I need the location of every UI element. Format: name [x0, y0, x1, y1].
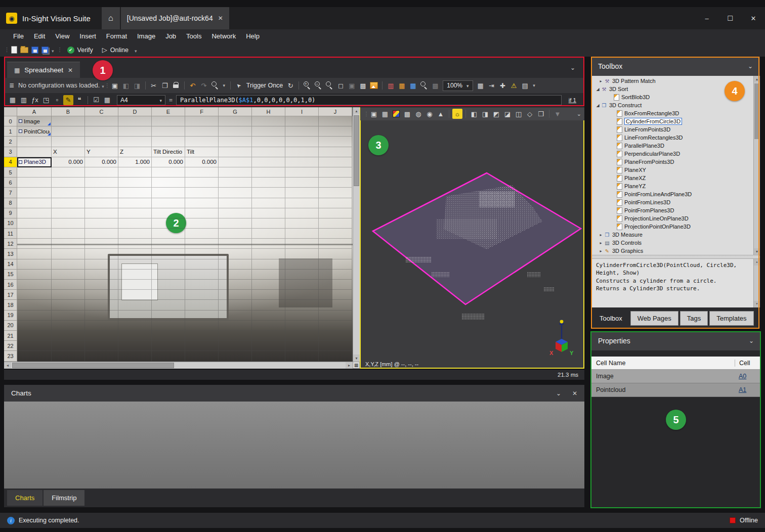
cell-D19[interactable]	[118, 311, 152, 321]
cell-J9[interactable]	[319, 208, 352, 218]
cell-H4[interactable]	[252, 157, 285, 167]
cell-H17[interactable]	[252, 290, 285, 300]
row-header-19[interactable]: 19	[4, 311, 17, 321]
charts-tab[interactable]: Filmstrip	[44, 490, 84, 506]
zoom-grid-icon[interactable]	[419, 80, 429, 91]
toolbox-tree-item[interactable]: PlaneFromPoints3D	[591, 158, 753, 166]
cell-I22[interactable]	[285, 341, 319, 351]
column-header-F[interactable]: F	[185, 107, 219, 116]
row-header-13[interactable]: 13	[4, 249, 17, 259]
cell-H23[interactable]	[252, 351, 285, 361]
cell-F11[interactable]	[185, 229, 219, 239]
toolbar-overflow-icon[interactable]	[135, 46, 137, 55]
cell-E11[interactable]	[152, 229, 185, 239]
toolbox-scrollbar[interactable]	[753, 76, 760, 255]
toolbox-tree-item[interactable]: 3D Graphics	[591, 247, 753, 255]
select-icon[interactable]: ▣	[369, 109, 379, 119]
toolbox-tree-item[interactable]: PointFromPlanes3D	[591, 206, 753, 214]
cell-J18[interactable]	[319, 300, 352, 310]
cell-E8[interactable]	[152, 198, 185, 208]
row-header-7[interactable]: 7	[4, 188, 17, 198]
column-header-H[interactable]: H	[252, 107, 285, 116]
cell-I13[interactable]	[285, 249, 319, 259]
insert-cells-icon[interactable]: ▦	[476, 80, 486, 91]
redo-icon[interactable]: ↷	[199, 80, 209, 91]
cell-F21[interactable]	[185, 331, 219, 341]
toolbox-tree-item[interactable]: PlaneXY	[591, 166, 753, 174]
cell-C0[interactable]	[85, 116, 118, 126]
cell-G18[interactable]	[219, 300, 252, 310]
cell-E23[interactable]	[152, 351, 185, 361]
cell-H0[interactable]	[252, 116, 285, 126]
scroll-up-icon[interactable]	[754, 259, 760, 265]
cell-B19[interactable]	[52, 311, 85, 321]
more-icon[interactable]: ▾	[531, 80, 537, 91]
cell-D5[interactable]	[118, 167, 152, 178]
cell-B2[interactable]	[52, 137, 85, 147]
cell-G14[interactable]	[219, 259, 252, 270]
cell-B15[interactable]	[52, 270, 85, 280]
cell-G22[interactable]	[219, 341, 252, 351]
cell-C16[interactable]	[85, 280, 118, 290]
expander-icon[interactable]	[595, 87, 601, 92]
cell-D8[interactable]	[118, 198, 152, 208]
dropdown-arrow-icon[interactable]: ▾	[221, 80, 227, 91]
zoom-region-icon[interactable]: ◻	[335, 80, 346, 91]
cell-F16[interactable]	[185, 280, 219, 290]
cell-C7[interactable]	[85, 188, 118, 198]
zoom-in-icon[interactable]	[302, 80, 312, 91]
insert-table-icon[interactable]: ▦	[397, 80, 407, 91]
3d-toolbar-overflow-icon[interactable]	[577, 111, 581, 117]
row-header-1[interactable]: 1	[4, 126, 17, 137]
toolbox-tree-item[interactable]: ProjectionLineOnPlane3D	[591, 214, 753, 223]
fx-icon[interactable]: ƒx	[30, 95, 40, 105]
view-top-icon[interactable]: ◩	[491, 109, 501, 119]
cell-E20[interactable]	[152, 321, 185, 331]
cell-C18[interactable]	[85, 300, 118, 310]
row-header-16[interactable]: 16	[4, 280, 17, 290]
cell-C8[interactable]	[85, 198, 118, 208]
cell-F3[interactable]: Tilt	[185, 147, 219, 157]
cell-J19[interactable]	[319, 311, 352, 321]
cell-G3[interactable]	[219, 147, 252, 157]
cell-I9[interactable]	[285, 208, 319, 218]
grip-handle[interactable]: ⋮	[57, 47, 61, 53]
separator[interactable]	[549, 110, 549, 118]
zoom-reset-icon[interactable]	[324, 80, 334, 91]
charts-tab[interactable]: Charts	[7, 490, 42, 506]
cell-H2[interactable]	[252, 137, 285, 147]
cell-H21[interactable]	[252, 331, 285, 341]
cell-I21[interactable]	[285, 331, 319, 341]
cell-J5[interactable]	[319, 167, 352, 178]
cell-D3[interactable]: Z	[118, 147, 152, 157]
cell-C6[interactable]	[85, 178, 118, 188]
home-tab[interactable]: ⌂	[102, 7, 120, 29]
scroll-up-icon[interactable]	[353, 107, 360, 114]
cell-J12[interactable]	[319, 239, 352, 249]
cell-E19[interactable]	[152, 311, 185, 321]
cell-C19[interactable]	[85, 311, 118, 321]
separator[interactable]	[299, 81, 299, 90]
cell-F22[interactable]	[185, 341, 219, 351]
grid3d-icon[interactable]: ▩	[402, 109, 412, 119]
cell-F20[interactable]	[185, 321, 219, 331]
cell-H20[interactable]	[252, 321, 285, 331]
cell-H3[interactable]	[252, 147, 285, 157]
cell-B6[interactable]	[52, 178, 85, 188]
cell-A22[interactable]	[17, 341, 52, 351]
cell-I8[interactable]	[285, 198, 319, 208]
horizontal-scrollbar[interactable]	[4, 362, 353, 369]
cell-D20[interactable]	[118, 321, 152, 331]
cell-B21[interactable]	[52, 331, 85, 341]
view-right-icon[interactable]: ◨	[480, 109, 490, 119]
cell-C10[interactable]	[85, 218, 118, 229]
scroll-right-icon[interactable]	[346, 362, 353, 369]
cell-J10[interactable]	[319, 218, 352, 229]
zoom-out-icon[interactable]	[313, 80, 323, 91]
cell-B9[interactable]	[52, 208, 85, 218]
cell-C22[interactable]	[85, 341, 118, 351]
cell-E1[interactable]	[152, 126, 185, 137]
toolbox-header[interactable]: Toolbox	[591, 57, 760, 76]
row-header-2[interactable]: 2	[4, 137, 17, 147]
toolbox-tree-item[interactable]: SortBlob3D	[591, 93, 753, 101]
